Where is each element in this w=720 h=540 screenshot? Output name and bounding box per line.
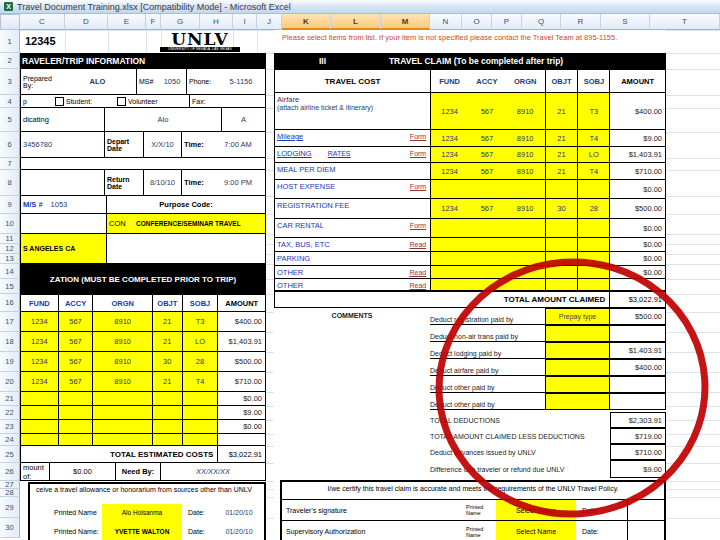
sobj-cell[interactable]: LO <box>577 147 609 162</box>
need-by-value[interactable]: XX/XX/XX <box>160 463 265 480</box>
orgn-cell[interactable]: 8910 <box>92 352 152 371</box>
column-header-Q[interactable]: Q <box>522 14 561 30</box>
form-link[interactable]: Form <box>410 183 426 190</box>
form-link[interactable]: Form <box>410 150 426 157</box>
column-header-M[interactable]: M <box>381 14 430 30</box>
cell-c1-value[interactable]: 12345 <box>25 35 56 47</box>
row-header-15[interactable]: 15 <box>0 279 20 294</box>
depart-time-value[interactable]: 7:00 AM <box>211 132 265 157</box>
accy-cell[interactable] <box>58 434 93 445</box>
accy-cell[interactable] <box>468 279 506 290</box>
sobj-cell[interactable] <box>182 420 218 433</box>
row-header-12[interactable]: 12 <box>0 244 20 254</box>
accy-cell[interactable] <box>468 238 506 251</box>
orgn-cell[interactable]: 8910 <box>506 130 545 146</box>
form-link[interactable]: Form <box>410 222 426 229</box>
objt-cell[interactable] <box>545 238 578 251</box>
column-header-O[interactable]: O <box>462 14 492 30</box>
column-header-N[interactable]: N <box>430 14 462 30</box>
objt-cell[interactable] <box>152 392 182 405</box>
fund-cell[interactable]: 1234 <box>430 199 468 218</box>
select-all-corner[interactable] <box>0 14 20 30</box>
sobj-cell[interactable] <box>577 180 609 198</box>
row-header-6[interactable]: 6 <box>0 132 20 158</box>
date-value[interactable]: 01/20/10 <box>216 528 262 535</box>
column-header-E[interactable]: E <box>108 14 146 30</box>
sobj-cell[interactable] <box>577 219 609 237</box>
row-header-11[interactable]: 11 <box>0 234 20 244</box>
sobj-cell[interactable]: LO <box>182 332 218 351</box>
form-link[interactable]: Read <box>409 282 426 289</box>
objt-cell[interactable]: 21 <box>545 147 578 162</box>
objt-cell[interactable]: 21 <box>152 312 182 331</box>
row-header-9[interactable]: 9 <box>0 196 20 214</box>
orgn-cell[interactable] <box>506 252 545 265</box>
deduction-value[interactable] <box>545 376 610 393</box>
ms-value[interactable]: 1050 <box>158 69 186 94</box>
sobj-cell[interactable]: T4 <box>577 130 609 146</box>
deduction-value[interactable]: Prepay type <box>545 308 610 325</box>
window-titlebar[interactable]: X Travel Document Training.xlsx [Compati… <box>0 0 720 14</box>
accy-cell[interactable]: 567 <box>468 93 506 129</box>
form-link[interactable]: Read <box>409 269 426 276</box>
printed-name-value[interactable]: YVETTE WALTON <box>102 520 182 540</box>
row-header-10[interactable]: 10 <box>0 214 20 234</box>
fund-cell[interactable]: 1234 <box>430 163 468 179</box>
select-name-cell[interactable]: Select Name <box>496 521 576 540</box>
column-header-P[interactable]: P <box>492 14 522 30</box>
accy-cell[interactable]: 567 <box>468 199 506 218</box>
column-header-J[interactable]: J <box>257 14 282 30</box>
fund-cell[interactable]: 1234 <box>21 332 58 351</box>
objt-cell[interactable] <box>545 252 578 265</box>
accy-cell[interactable] <box>468 219 506 237</box>
fund-cell[interactable]: 1234 <box>21 352 58 371</box>
accy-cell[interactable] <box>468 266 506 278</box>
row-header-4[interactable]: 4 <box>0 95 20 108</box>
orgn-cell[interactable]: 8910 <box>92 332 152 351</box>
row-header-28[interactable]: 28 <box>0 489 20 497</box>
form-link[interactable]: Read <box>409 241 426 248</box>
column-header-H[interactable]: H <box>200 14 233 30</box>
date-value-cell[interactable] <box>627 500 664 520</box>
row-header-25[interactable]: 25 <box>0 446 20 463</box>
date-value[interactable]: 01/20/10 <box>216 509 262 516</box>
orgn-cell[interactable]: 8910 <box>506 147 545 162</box>
purpose-desc-value[interactable]: CONFERENCE/SEMINAR TRAVEL <box>134 214 265 233</box>
row-header-24[interactable]: 24 <box>0 434 20 446</box>
row-header-3[interactable]: 3 <box>0 69 20 95</box>
fund-cell[interactable]: 1234 <box>430 147 468 162</box>
column-header-T[interactable]: T <box>650 14 720 30</box>
sobj-cell[interactable] <box>182 434 218 445</box>
deduction-value[interactable] <box>545 393 610 410</box>
return-date-value[interactable]: 8/10/10 <box>143 170 181 195</box>
ms2-value[interactable]: 1053 <box>51 200 68 209</box>
sobj-cell[interactable]: T3 <box>182 312 218 331</box>
objt-cell[interactable] <box>152 420 182 433</box>
row-header-16[interactable]: 16 <box>0 294 20 312</box>
orgn-cell[interactable] <box>506 266 545 278</box>
column-header-S[interactable]: S <box>601 14 650 30</box>
column-header-I[interactable]: I <box>233 14 257 30</box>
orgn-cell[interactable] <box>506 279 545 290</box>
fund-cell[interactable] <box>430 266 468 278</box>
accy-cell[interactable]: 567 <box>468 147 506 162</box>
row-header-21[interactable]: 21 <box>0 392 20 406</box>
objt-cell[interactable]: 21 <box>152 332 182 351</box>
orgn-cell[interactable] <box>92 434 152 445</box>
column-header-K[interactable]: K <box>282 14 331 30</box>
orgn-cell[interactable]: 8910 <box>92 372 152 391</box>
objt-cell[interactable] <box>545 279 578 290</box>
fund-cell[interactable]: 1234 <box>430 130 468 146</box>
accy-cell[interactable] <box>58 420 93 433</box>
advance-amount[interactable]: $0.00 <box>49 463 116 480</box>
row-header-13[interactable]: 13 <box>0 254 20 264</box>
row-header-23[interactable]: 23 <box>0 420 20 434</box>
destination-value[interactable]: S ANGELES CA <box>21 234 106 263</box>
fund-cell[interactable] <box>21 420 58 433</box>
printed-name-value[interactable]: Alo Holsanma <box>102 504 182 520</box>
fund-cell[interactable] <box>430 238 468 251</box>
traveler-id[interactable]: 3456780 <box>21 132 104 157</box>
row-header-2[interactable]: 2 <box>0 53 20 69</box>
deduction-value[interactable] <box>545 325 610 342</box>
date-value-cell[interactable] <box>627 521 664 540</box>
